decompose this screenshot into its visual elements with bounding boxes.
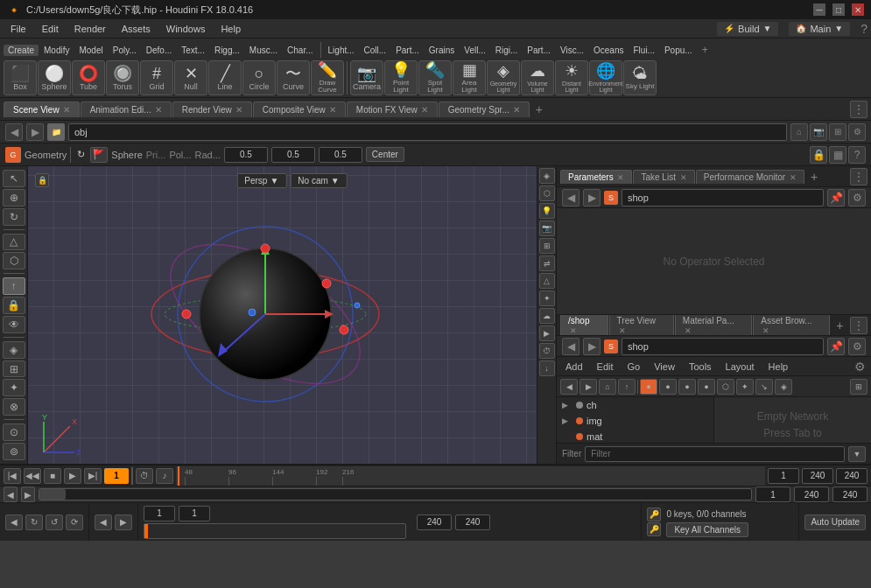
rt-options-btn[interactable]: ⋮ (850, 168, 867, 186)
tool-camera-btn[interactable]: 📷 Camera (350, 60, 383, 95)
path-input[interactable] (68, 123, 787, 141)
perf-tab-close[interactable]: ✕ (790, 173, 797, 182)
sb-prev-btn[interactable]: ◀ (95, 514, 112, 530)
rb-path-input[interactable] (622, 338, 824, 355)
vr-render-btn[interactable]: ▶ (539, 326, 555, 341)
lt-tool1-btn[interactable]: △ (3, 234, 25, 251)
menu-file[interactable]: File (4, 22, 33, 36)
tab-geospread[interactable]: Geometry Spr... ✕ (439, 102, 530, 117)
tool-envlight-btn[interactable]: 🌐 Environment Light (589, 60, 622, 95)
tl-audio-btn[interactable]: ♪ (156, 468, 173, 484)
toolbar-defo[interactable]: Defo... (142, 45, 176, 56)
sb-tool2-btn[interactable]: ↻ (25, 514, 43, 530)
tl-prev2-btn[interactable]: ◀ (4, 486, 18, 502)
geo-help-icon[interactable]: ? (848, 146, 866, 164)
tool-volumelight-btn[interactable]: ☁ Volume Light (521, 60, 554, 95)
sb-tool1-btn[interactable]: ◀ (5, 514, 23, 530)
tab-material-palette[interactable]: Material Pa... ✕ (675, 315, 752, 336)
keyall-icon[interactable]: 🔑 (647, 522, 661, 536)
lt-tool3-btn[interactable]: ◈ (3, 341, 25, 359)
net-dot7-btn[interactable]: ↘ (755, 379, 773, 395)
tab-perf-monitor[interactable]: Performance Monitor ✕ (696, 170, 804, 184)
lt-tool2-btn[interactable]: ⬡ (3, 252, 25, 270)
net-dot2-btn[interactable]: ● (659, 379, 677, 395)
home-icon[interactable]: ⌂ (790, 123, 808, 141)
tab-motionfx[interactable]: Motion FX View ✕ (347, 102, 438, 117)
toolbar-poly[interactable]: Poly... (109, 45, 141, 56)
toolbar-coll[interactable]: Coll... (360, 45, 391, 56)
close-button[interactable]: ✕ (852, 4, 864, 16)
toolbar-text[interactable]: Text... (177, 45, 209, 56)
toolbar-part2[interactable]: Part... (523, 45, 555, 56)
tool-distantlight-btn[interactable]: ☀ Distant Light (555, 60, 588, 95)
tl-stop-btn[interactable]: ■ (44, 468, 61, 484)
grid-addr-icon[interactable]: ⊞ (829, 123, 846, 141)
tl-scrub-track[interactable] (39, 488, 752, 500)
menu-render[interactable]: Render (67, 22, 113, 36)
menu-help[interactable]: Help (765, 360, 792, 374)
lt-arrow-btn[interactable]: ↑ (3, 277, 25, 295)
matpal-tab-close[interactable]: ✕ (685, 326, 692, 335)
params-tab-close[interactable]: ✕ (617, 173, 624, 182)
menu-help[interactable]: Help (214, 22, 248, 36)
help-icon[interactable]: ? (860, 22, 867, 36)
lt-tool7-btn[interactable]: ⊙ (3, 424, 25, 441)
viewport-lock-icon[interactable]: 🔒 (35, 173, 49, 187)
rb-forward-btn[interactable]: ▶ (583, 338, 601, 355)
menu-edit[interactable]: Edit (594, 360, 617, 374)
geo-lock-icon[interactable]: 🔒 (810, 146, 827, 164)
tab-render-view[interactable]: Render View ✕ (172, 102, 252, 117)
maximize-button[interactable]: □ (832, 4, 845, 16)
tool-grid-btn[interactable]: # Grid (140, 60, 173, 95)
rt-pin-btn[interactable]: 📌 (827, 189, 845, 206)
menu-layout[interactable]: Layout (722, 360, 758, 374)
gear-addr-icon[interactable]: ⚙ (848, 123, 866, 141)
tool-null-btn[interactable]: ✕ Null (174, 60, 207, 95)
filter-input[interactable] (585, 446, 845, 462)
tab-take-list[interactable]: Take List ✕ (633, 170, 694, 184)
lt-eye-btn[interactable]: 👁 (3, 316, 25, 333)
tab-options-btn[interactable]: ⋮ (850, 101, 867, 118)
tool-sphere-btn[interactable]: ⚪ Sphere (38, 60, 71, 95)
take-tab-close[interactable]: ✕ (680, 173, 687, 182)
tool-curve-btn[interactable]: 〜 Curve (277, 60, 310, 95)
tl-play-btn[interactable]: ▶ (64, 468, 81, 484)
toolbar-rigi[interactable]: Rigi... (491, 45, 523, 56)
menu-edit[interactable]: Edit (35, 22, 66, 36)
vr-wire-btn[interactable]: ⬡ (539, 186, 555, 201)
net-dot3-btn[interactable]: ● (678, 379, 696, 395)
tl-frame-end3[interactable] (832, 486, 867, 502)
lt-tool4-btn[interactable]: ⊞ (3, 360, 25, 378)
geo-val3-input[interactable] (319, 147, 362, 163)
tl-frame-start2[interactable] (755, 486, 790, 502)
lt-tool6-btn[interactable]: ⊗ (3, 398, 25, 416)
timeline-scrubber[interactable] (178, 466, 179, 486)
rt-back-btn[interactable]: ◀ (562, 189, 579, 206)
vr-light-btn[interactable]: 💡 (539, 203, 555, 219)
net-dot8-btn[interactable]: ◈ (775, 379, 792, 395)
tl-next2-btn[interactable]: ▶ (21, 486, 35, 502)
rb-gear-btn[interactable]: ⚙ (848, 338, 866, 355)
toolbar-add-btn[interactable]: + (698, 43, 713, 57)
tab-close-scene[interactable]: ✕ (63, 105, 70, 115)
sb-frame-end1[interactable] (417, 514, 452, 530)
net-dot4-btn[interactable]: ● (698, 379, 715, 395)
net-dot5-btn[interactable]: ⬡ (717, 379, 734, 395)
menu-view[interactable]: View (650, 360, 678, 374)
tool-drawcurve-btn[interactable]: ✏️ Draw Curve (311, 60, 344, 95)
sb-end-input[interactable] (179, 506, 210, 522)
tool-circle-btn[interactable]: ○ Circle (242, 60, 276, 95)
build-menu[interactable]: ⚡ Build ▼ (717, 22, 778, 36)
net-forward-btn[interactable]: ▶ (579, 379, 597, 395)
tool-skylight-btn[interactable]: 🌤 Sky Light (623, 60, 657, 95)
tab-parameters[interactable]: Parameters ✕ (560, 170, 632, 184)
rb-back-btn[interactable]: ◀ (562, 338, 579, 355)
tl-prev-btn[interactable]: ◀◀ (24, 468, 41, 484)
vr-fps-btn[interactable]: ⏱ (539, 343, 555, 359)
tab-close-anim[interactable]: ✕ (155, 105, 162, 115)
tab-close-motionfx[interactable]: ✕ (421, 105, 428, 115)
persp-btn[interactable]: Persp ▼ (236, 173, 286, 188)
tree-tab-close[interactable]: ✕ (619, 326, 626, 335)
geo-flag-icon[interactable]: 🚩 (90, 147, 108, 163)
tool-box-btn[interactable]: ⬛ Box (4, 60, 37, 95)
